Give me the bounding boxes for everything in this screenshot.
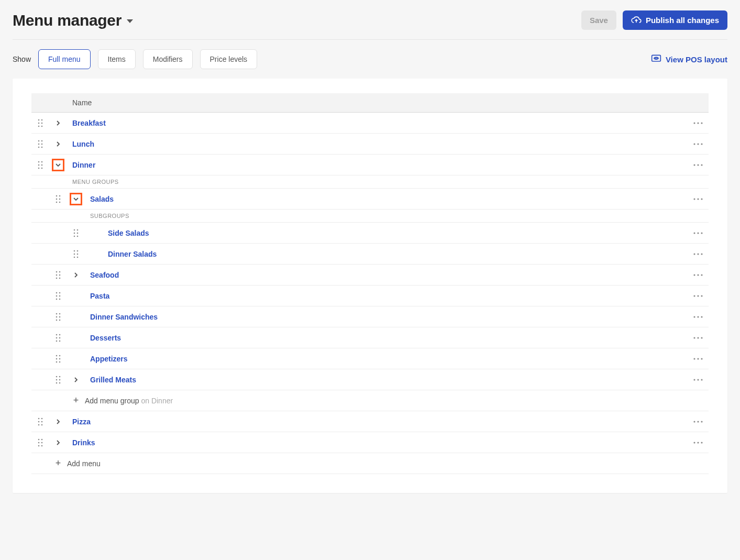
tab-price-levels[interactable]: Price levels <box>200 49 258 69</box>
svg-point-127 <box>701 442 702 443</box>
expand-toggle[interactable] <box>49 117 67 129</box>
more-actions[interactable] <box>688 358 709 360</box>
publish-button[interactable]: Publish all changes <box>623 10 727 30</box>
svg-point-44 <box>693 232 695 234</box>
svg-point-7 <box>41 125 43 127</box>
svg-point-19 <box>701 143 702 145</box>
svg-point-15 <box>38 146 40 148</box>
svg-point-125 <box>693 442 695 443</box>
menu-link[interactable]: Pizza <box>72 418 91 426</box>
svg-point-98 <box>693 358 695 359</box>
svg-point-48 <box>77 250 79 251</box>
svg-point-46 <box>701 232 702 234</box>
svg-point-55 <box>701 253 702 255</box>
svg-point-78 <box>56 319 58 321</box>
drag-handle[interactable] <box>67 229 85 237</box>
group-link[interactable]: Desserts <box>90 334 121 342</box>
svg-point-102 <box>59 376 61 377</box>
group-link[interactable]: Pasta <box>90 292 109 300</box>
expand-toggle[interactable] <box>49 138 67 150</box>
tab-full-menu[interactable]: Full menu <box>38 49 90 69</box>
svg-point-3 <box>41 119 43 120</box>
svg-point-101 <box>56 376 58 377</box>
drag-handle[interactable] <box>31 140 49 148</box>
more-actions[interactable] <box>688 316 709 318</box>
eye-screen-icon <box>651 54 661 65</box>
subgroup-link[interactable]: Dinner Salads <box>108 250 157 258</box>
more-actions[interactable] <box>688 122 709 124</box>
svg-point-107 <box>693 379 695 380</box>
group-link[interactable]: Dinner Sandwiches <box>90 313 158 321</box>
svg-point-12 <box>41 140 43 141</box>
drag-handle[interactable] <box>49 292 67 300</box>
plus-icon: + <box>67 395 85 406</box>
subgroup-row-side-salads: Side Salads <box>31 223 709 244</box>
svg-point-74 <box>56 313 58 314</box>
drag-handle[interactable] <box>49 334 67 342</box>
drag-handle[interactable] <box>67 250 85 258</box>
add-menu-button[interactable]: + Add menu <box>31 453 709 474</box>
group-row-appetizers: Appetizers <box>31 348 709 369</box>
menu-link[interactable]: Dinner <box>72 161 95 169</box>
svg-point-92 <box>56 355 58 356</box>
svg-point-52 <box>77 256 79 258</box>
svg-point-14 <box>41 143 43 145</box>
more-actions[interactable] <box>688 337 709 339</box>
svg-point-117 <box>697 421 699 422</box>
group-row-desserts: Desserts <box>31 327 709 348</box>
expand-toggle[interactable] <box>67 374 85 386</box>
svg-point-118 <box>701 421 702 422</box>
menu-link[interactable]: Lunch <box>72 140 94 148</box>
svg-point-18 <box>697 143 699 145</box>
svg-point-89 <box>693 337 695 338</box>
more-actions[interactable] <box>688 232 709 234</box>
drag-handle[interactable] <box>31 418 49 426</box>
more-actions[interactable] <box>688 253 709 255</box>
expand-toggle[interactable] <box>49 415 67 428</box>
drag-handle[interactable] <box>31 161 49 169</box>
svg-point-9 <box>697 122 699 124</box>
svg-point-69 <box>56 298 58 300</box>
group-row-grilled-meats: Grilled Meats <box>31 369 709 390</box>
more-actions[interactable] <box>688 274 709 276</box>
drag-handle[interactable] <box>49 271 67 279</box>
expand-toggle[interactable] <box>49 159 67 171</box>
group-link[interactable]: Grilled Meats <box>90 376 136 384</box>
tab-modifiers[interactable]: Modifiers <box>143 49 193 69</box>
more-actions[interactable] <box>688 143 709 145</box>
svg-point-33 <box>56 201 58 203</box>
more-actions[interactable] <box>688 295 709 297</box>
more-actions[interactable] <box>688 379 709 381</box>
svg-point-16 <box>41 146 43 148</box>
svg-point-59 <box>59 274 61 276</box>
more-actions[interactable] <box>688 421 709 423</box>
group-link[interactable]: Seafood <box>90 271 119 279</box>
expand-toggle[interactable] <box>49 436 67 449</box>
expand-toggle[interactable] <box>67 269 85 281</box>
menu-link[interactable]: Breakfast <box>72 119 106 127</box>
more-actions[interactable] <box>688 442 709 444</box>
drag-handle[interactable] <box>49 355 67 363</box>
svg-point-80 <box>693 316 695 317</box>
group-row-salads: Salads <box>31 189 709 210</box>
drag-handle[interactable] <box>49 195 67 203</box>
expand-toggle[interactable] <box>67 193 85 205</box>
svg-point-79 <box>59 319 61 321</box>
group-link[interactable]: Salads <box>90 195 114 203</box>
subgroup-link[interactable]: Side Salads <box>108 229 149 237</box>
more-actions[interactable] <box>688 164 709 166</box>
drag-handle[interactable] <box>31 119 49 127</box>
view-pos-layout-link[interactable]: View POS layout <box>651 54 727 65</box>
group-link[interactable]: Appetizers <box>90 355 128 363</box>
drag-handle[interactable] <box>49 313 67 321</box>
menu-link[interactable]: Drinks <box>72 438 95 447</box>
drag-handle[interactable] <box>31 438 49 447</box>
svg-point-67 <box>56 295 58 297</box>
tab-items[interactable]: Items <box>98 49 136 69</box>
svg-point-110 <box>38 418 40 419</box>
svg-point-124 <box>41 445 43 446</box>
drag-handle[interactable] <box>49 376 67 384</box>
more-actions[interactable] <box>688 198 709 200</box>
page-title-dropdown[interactable]: Menu manager <box>13 12 133 29</box>
add-menu-group-button[interactable]: + Add menu group on Dinner <box>31 390 709 411</box>
